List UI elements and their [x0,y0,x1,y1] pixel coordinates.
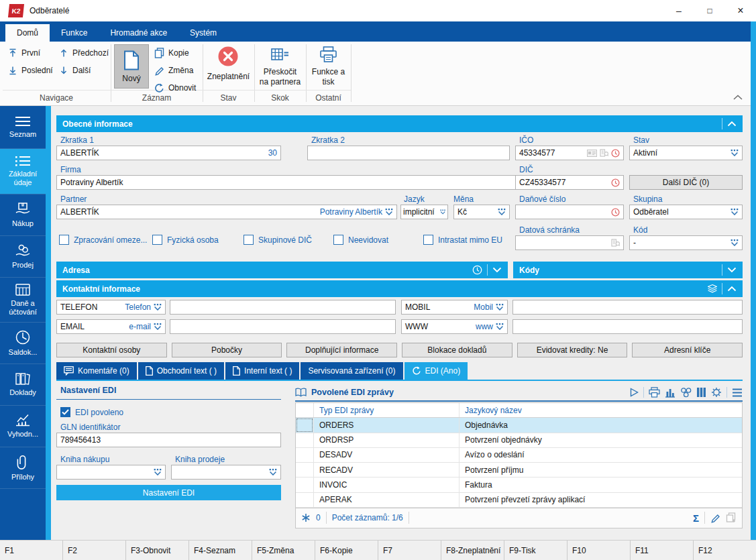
column-header-typ[interactable]: Typ EDI zprávy [314,403,460,417]
section-bar-kody[interactable]: Kódy [513,262,743,278]
fkey-f1[interactable]: F1 [0,541,62,560]
ico-field[interactable]: 45334577 [515,146,624,160]
sidebar-item-vyhodnoceni[interactable]: Vyhodn... [0,406,46,447]
edit-button[interactable]: Změna [154,64,193,77]
nav-first-button[interactable]: První [8,46,40,60]
partner-combo[interactable]: ALBERTÍK Potraviny Albertík [56,205,397,219]
chevron-up-icon[interactable] [727,286,737,292]
www-type-combo[interactable]: WWW www [401,319,508,334]
tab-interni-text[interactable]: Interní text ( ) [225,362,299,380]
ribbon-collapse-button[interactable] [733,94,743,101]
jump-to-partner-button[interactable] [271,48,289,61]
maximize-button[interactable]: □ [694,0,725,21]
sidebar-item-prilohy[interactable]: Přílohy [0,447,46,489]
nastaveni-edi-button[interactable]: Nastavení EDI [56,485,281,500]
dropdown-icon[interactable] [498,209,506,215]
kod-combo[interactable]: - [629,235,743,250]
printer-icon[interactable] [649,387,660,398]
sidebar-item-doklady[interactable]: Doklady [0,364,46,406]
partner-link[interactable]: Potraviny Albertík [320,207,382,217]
asterisk-icon[interactable] [301,513,311,522]
checkbox-intrastat[interactable] [423,235,433,245]
adresni-klice-button[interactable]: Adresní klíče [632,343,743,357]
nav-previous-button[interactable]: Předchozí [59,46,109,60]
dropdown-icon[interactable] [154,304,162,311]
kontaktni-osoby-button[interactable]: Kontaktní osoby [56,343,167,357]
dropdown-icon[interactable] [731,209,739,215]
minimize-button[interactable]: – [663,0,694,21]
checkbox-skupinove-dic[interactable] [244,235,254,245]
tab-servisovana-zarizeni[interactable]: Servisovaná zařízení (0) [301,362,402,380]
dropdown-icon[interactable] [440,209,445,215]
section-bar-adresa[interactable]: Adresa [56,262,508,278]
fkey-f9[interactable]: F9-Tisk [504,541,567,560]
sidebar-item-nakup[interactable]: Nákup [0,194,46,236]
ribbon-tab-system[interactable]: Systém [178,24,228,42]
refresh-button[interactable]: Obnovit [154,81,196,95]
fkey-f3[interactable]: F3-Obnovit [125,541,188,560]
danove-cislo-field[interactable] [515,205,624,219]
sum-icon[interactable]: Σ [693,512,699,524]
zkratka2-field[interactable] [307,146,510,160]
fkey-f2[interactable]: F2 [62,541,125,560]
sidebar-item-dane-a-uctovani[interactable]: Daně a účtování [0,278,46,323]
history-clock-icon[interactable] [611,208,620,217]
registry-icon[interactable] [611,239,620,247]
gears-icon[interactable] [680,387,692,398]
fkey-f11[interactable]: F11 [630,541,693,560]
dropdown-icon[interactable] [731,239,739,246]
dalsi-dic-button[interactable]: Další DIČ (0) [629,175,743,190]
checkbox-fyzicka-osoba[interactable] [152,235,162,245]
tab-edi[interactable]: EDI (Ano) [404,362,468,380]
evidovat-kredity-button[interactable]: Evidovat kredity: Ne [517,343,628,357]
email-field[interactable] [170,319,396,334]
mena-combo[interactable]: Kč [453,205,510,219]
chevron-down-icon[interactable] [727,267,737,273]
pobocky-button[interactable]: Pobočky [172,343,282,357]
invalidate-label[interactable]: Zneplatnění [203,72,254,82]
fkey-f7[interactable]: F7 [378,541,441,560]
menu-icon[interactable] [732,388,743,397]
dropdown-icon[interactable] [154,469,162,475]
play-icon[interactable] [630,388,639,397]
new-record-button[interactable]: Nový [114,44,149,89]
ribbon-tab-domu[interactable]: Domů [5,24,50,42]
stav-combo[interactable]: Aktivní [629,146,743,160]
fkey-f4[interactable]: F4-Seznam [188,541,252,560]
tab-komentare[interactable]: Komentáře (0) [56,362,137,380]
fkey-f10[interactable]: F10 [567,541,630,560]
copy-add-icon[interactable] [726,512,737,523]
jump-to-partner-label[interactable]: Přeskočit na partnera [254,67,306,87]
skupina-combo[interactable]: Odběratel [629,205,743,219]
telefon-type-combo[interactable]: TELEFON Telefon [56,300,166,315]
ribbon-tab-hromadne-akce[interactable]: Hromadné akce [99,24,178,42]
sidebar-item-zakladni-udaje[interactable]: Základní údaje [0,149,46,194]
email-type-combo[interactable]: EMAIL e-mail [56,319,166,334]
ribbon-tab-funkce[interactable]: Funkce [50,24,99,42]
dropdown-icon[interactable] [496,304,504,311]
fkey-f8[interactable]: F8-Zneplatnění [441,541,504,560]
bar-chart-icon[interactable] [665,387,676,398]
sidebar-item-prodej[interactable]: Prodej [0,236,46,278]
history-clock-icon[interactable] [611,149,620,158]
nav-next-button[interactable]: Další [59,64,91,77]
table-row[interactable]: ORDRSP Potvrzení objednávky [296,433,742,448]
edit-pencil-icon[interactable] [710,513,720,523]
kniha-prodeje-combo[interactable] [171,465,281,480]
invalidate-button[interactable] [217,46,239,67]
checkbox-neevidovat[interactable] [333,235,343,245]
doplnujici-informace-button[interactable]: Doplňující informace [286,343,397,357]
dic-field[interactable]: CZ45334577 [515,175,624,190]
sidebar-item-seznam[interactable]: Seznam [0,106,46,149]
chevron-up-icon[interactable] [727,121,737,127]
dropdown-icon[interactable] [496,323,504,330]
layers-icon[interactable] [708,284,717,293]
checkbox-zpracovani-omezeni[interactable] [59,235,69,245]
close-button[interactable]: × [725,0,756,21]
columns-icon[interactable] [696,387,706,398]
section-bar-obecne-informace[interactable]: Obecné informace [56,115,743,132]
table-row[interactable]: INVOIC Faktura [296,478,742,492]
kniha-nakupu-combo[interactable] [56,465,166,480]
datova-schranka-field[interactable] [515,235,624,250]
table-row[interactable]: DESADV Avízo o odeslání [296,448,742,463]
